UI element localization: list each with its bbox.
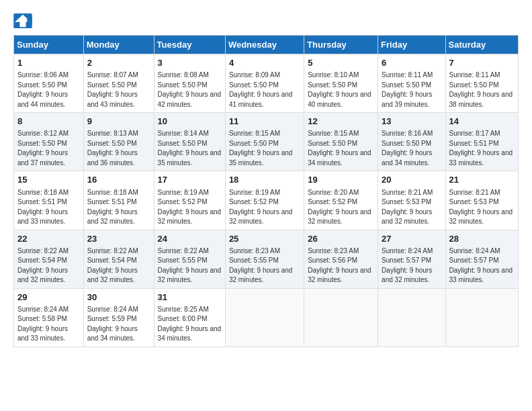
svg-marker-2 (27, 17, 32, 25)
day-number: 9 (87, 116, 150, 128)
calendar-cell: 21Sunrise: 8:21 AMSunset: 5:53 PMDayligh… (445, 171, 518, 230)
day-info: Sunrise: 8:22 AMSunset: 5:54 PMDaylight:… (87, 246, 150, 285)
day-info: Sunrise: 8:22 AMSunset: 5:55 PMDaylight:… (158, 246, 222, 285)
day-number: 18 (229, 174, 300, 186)
logo (13, 13, 35, 28)
day-info: Sunrise: 8:20 AMSunset: 5:52 PMDaylight:… (308, 188, 374, 227)
day-number: 17 (158, 174, 222, 186)
calendar-week-row: 22Sunrise: 8:22 AMSunset: 5:54 PMDayligh… (14, 230, 519, 288)
calendar-cell: 14Sunrise: 8:17 AMSunset: 5:51 PMDayligh… (445, 113, 518, 171)
day-info: Sunrise: 8:16 AMSunset: 5:50 PMDaylight:… (382, 129, 441, 168)
weekday-header: Thursday (304, 36, 378, 54)
calendar-cell: 16Sunrise: 8:18 AMSunset: 5:51 PMDayligh… (83, 171, 154, 230)
calendar-cell: 27Sunrise: 8:24 AMSunset: 5:57 PMDayligh… (378, 230, 445, 288)
day-info: Sunrise: 8:07 AMSunset: 5:50 PMDaylight:… (87, 71, 150, 109)
day-number: 24 (158, 233, 222, 245)
calendar-cell: 29Sunrise: 8:24 AMSunset: 5:58 PMDayligh… (14, 288, 84, 347)
header (13, 13, 519, 28)
calendar-cell: 2Sunrise: 8:07 AMSunset: 5:50 PMDaylight… (83, 54, 154, 113)
day-info: Sunrise: 8:06 AMSunset: 5:50 PMDaylight:… (17, 71, 80, 109)
day-number: 26 (308, 233, 374, 245)
calendar-cell: 17Sunrise: 8:19 AMSunset: 5:52 PMDayligh… (154, 171, 225, 230)
calendar-cell: 26Sunrise: 8:23 AMSunset: 5:56 PMDayligh… (304, 230, 378, 288)
day-number: 14 (449, 116, 515, 128)
weekday-header: Saturday (445, 36, 518, 54)
weekday-header: Friday (378, 36, 445, 54)
calendar-cell (445, 288, 518, 347)
day-info: Sunrise: 8:24 AMSunset: 5:58 PMDaylight:… (17, 305, 80, 344)
day-info: Sunrise: 8:08 AMSunset: 5:50 PMDaylight:… (158, 71, 222, 109)
weekday-header: Tuesday (154, 36, 225, 54)
calendar-cell (225, 288, 304, 347)
calendar-cell: 30Sunrise: 8:24 AMSunset: 5:59 PMDayligh… (83, 288, 154, 347)
day-number: 31 (158, 291, 222, 304)
logo-icon (13, 13, 32, 28)
day-number: 13 (382, 116, 441, 128)
day-info: Sunrise: 8:19 AMSunset: 5:52 PMDaylight:… (158, 188, 222, 227)
day-number: 23 (87, 233, 150, 245)
calendar-cell: 20Sunrise: 8:21 AMSunset: 5:53 PMDayligh… (378, 171, 445, 230)
calendar-table: SundayMondayTuesdayWednesdayThursdayFrid… (13, 35, 519, 347)
day-number: 20 (382, 174, 441, 186)
day-info: Sunrise: 8:11 AMSunset: 5:50 PMDaylight:… (382, 71, 441, 109)
day-info: Sunrise: 8:21 AMSunset: 5:53 PMDaylight:… (382, 188, 441, 227)
calendar-cell: 3Sunrise: 8:08 AMSunset: 5:50 PMDaylight… (154, 54, 225, 113)
day-info: Sunrise: 8:24 AMSunset: 5:57 PMDaylight:… (449, 246, 515, 285)
day-number: 1 (17, 57, 80, 69)
day-number: 7 (449, 57, 515, 69)
calendar-cell: 28Sunrise: 8:24 AMSunset: 5:57 PMDayligh… (445, 230, 518, 288)
calendar-cell: 24Sunrise: 8:22 AMSunset: 5:55 PMDayligh… (154, 230, 225, 288)
day-info: Sunrise: 8:19 AMSunset: 5:52 PMDaylight:… (229, 188, 300, 227)
weekday-header: Monday (83, 36, 154, 54)
day-number: 10 (158, 116, 222, 128)
calendar-week-row: 29Sunrise: 8:24 AMSunset: 5:58 PMDayligh… (14, 288, 519, 347)
calendar-cell: 15Sunrise: 8:18 AMSunset: 5:51 PMDayligh… (14, 171, 84, 230)
calendar-cell: 31Sunrise: 8:25 AMSunset: 6:00 PMDayligh… (154, 288, 225, 347)
calendar-cell (378, 288, 445, 347)
calendar-week-row: 1Sunrise: 8:06 AMSunset: 5:50 PMDaylight… (14, 54, 519, 113)
calendar-cell: 23Sunrise: 8:22 AMSunset: 5:54 PMDayligh… (83, 230, 154, 288)
calendar-cell (304, 288, 378, 347)
calendar-cell: 25Sunrise: 8:23 AMSunset: 5:55 PMDayligh… (225, 230, 304, 288)
day-info: Sunrise: 8:13 AMSunset: 5:50 PMDaylight:… (87, 129, 150, 168)
day-number: 15 (17, 174, 80, 186)
calendar-cell: 18Sunrise: 8:19 AMSunset: 5:52 PMDayligh… (225, 171, 304, 230)
day-info: Sunrise: 8:24 AMSunset: 5:57 PMDaylight:… (382, 246, 441, 285)
day-number: 8 (17, 116, 80, 128)
day-number: 21 (449, 174, 515, 186)
day-info: Sunrise: 8:22 AMSunset: 5:54 PMDaylight:… (17, 246, 80, 285)
calendar-cell: 22Sunrise: 8:22 AMSunset: 5:54 PMDayligh… (14, 230, 84, 288)
day-info: Sunrise: 8:14 AMSunset: 5:50 PMDaylight:… (158, 129, 222, 168)
day-info: Sunrise: 8:11 AMSunset: 5:50 PMDaylight:… (449, 71, 515, 109)
day-number: 11 (229, 116, 300, 128)
day-number: 3 (158, 57, 222, 69)
calendar-cell: 7Sunrise: 8:11 AMSunset: 5:50 PMDaylight… (445, 54, 518, 113)
day-info: Sunrise: 8:25 AMSunset: 6:00 PMDaylight:… (158, 305, 222, 344)
calendar-week-row: 8Sunrise: 8:12 AMSunset: 5:50 PMDaylight… (14, 113, 519, 171)
day-number: 30 (87, 291, 150, 304)
day-info: Sunrise: 8:10 AMSunset: 5:50 PMDaylight:… (308, 71, 374, 109)
day-number: 19 (308, 174, 374, 186)
day-info: Sunrise: 8:24 AMSunset: 5:59 PMDaylight:… (87, 305, 150, 344)
calendar-cell: 8Sunrise: 8:12 AMSunset: 5:50 PMDaylight… (14, 113, 84, 171)
day-number: 2 (87, 57, 150, 69)
day-info: Sunrise: 8:15 AMSunset: 5:50 PMDaylight:… (308, 129, 374, 168)
calendar-cell: 6Sunrise: 8:11 AMSunset: 5:50 PMDaylight… (378, 54, 445, 113)
day-number: 4 (229, 57, 300, 69)
calendar-cell: 9Sunrise: 8:13 AMSunset: 5:50 PMDaylight… (83, 113, 154, 171)
day-info: Sunrise: 8:21 AMSunset: 5:53 PMDaylight:… (449, 188, 515, 227)
day-number: 6 (382, 57, 441, 69)
calendar-week-row: 15Sunrise: 8:18 AMSunset: 5:51 PMDayligh… (14, 171, 519, 230)
day-number: 22 (17, 233, 80, 245)
weekday-header: Wednesday (225, 36, 304, 54)
day-number: 16 (87, 174, 150, 186)
calendar-cell: 13Sunrise: 8:16 AMSunset: 5:50 PMDayligh… (378, 113, 445, 171)
day-info: Sunrise: 8:23 AMSunset: 5:56 PMDaylight:… (308, 246, 374, 285)
day-number: 12 (308, 116, 374, 128)
day-info: Sunrise: 8:15 AMSunset: 5:50 PMDaylight:… (229, 129, 300, 168)
calendar-cell: 5Sunrise: 8:10 AMSunset: 5:50 PMDaylight… (304, 54, 378, 113)
day-info: Sunrise: 8:18 AMSunset: 5:51 PMDaylight:… (87, 188, 150, 227)
day-number: 25 (229, 233, 300, 245)
day-info: Sunrise: 8:23 AMSunset: 5:55 PMDaylight:… (229, 246, 300, 285)
day-info: Sunrise: 8:09 AMSunset: 5:50 PMDaylight:… (229, 71, 300, 109)
